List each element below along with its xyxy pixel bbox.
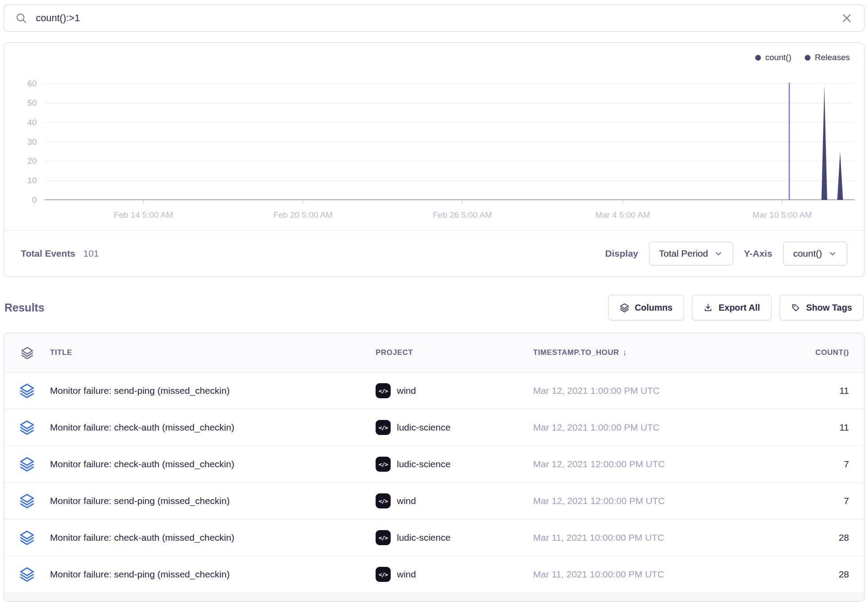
project-name: ludic-science — [397, 459, 450, 469]
event-count: 7 — [796, 496, 864, 506]
y-axis-label: 30 — [4, 137, 37, 147]
event-timestamp: Mar 12, 2021 12:00:00 PM UTC — [533, 496, 665, 506]
columns-button[interactable]: Columns — [608, 295, 684, 320]
layers-icon — [19, 420, 35, 435]
project-code-icon: </> — [376, 383, 391, 398]
project-code-icon: </> — [376, 457, 391, 472]
legend-item-count[interactable]: count() — [755, 53, 791, 62]
event-timestamp: Mar 11, 2021 10:00:00 PM UTC — [533, 569, 664, 580]
chart-plot-area[interactable] — [45, 67, 854, 200]
table-body: Monitor failure: send-ping (missed_check… — [4, 373, 864, 593]
table-row[interactable]: Monitor failure: send-ping (missed_check… — [4, 556, 864, 593]
project-cell: </> wind — [376, 383, 533, 398]
event-count: 28 — [796, 532, 864, 543]
event-count: 11 — [796, 385, 864, 396]
event-timestamp: Mar 11, 2021 10:00:00 PM UTC — [533, 532, 664, 543]
export-all-button[interactable]: Export All — [692, 295, 772, 320]
column-header-timestamp[interactable]: TIMESTAMP.TO_HOUR ↓ — [533, 348, 627, 358]
results-header: Results Columns Export All Show Tags — [4, 293, 864, 322]
y-axis-label: 10 — [4, 175, 37, 186]
event-count: 28 — [796, 569, 864, 580]
legend-dot-releases-icon — [805, 55, 810, 61]
display-select[interactable]: Total Period — [649, 242, 734, 266]
yaxis-select-value: count() — [793, 248, 822, 259]
x-axis-label: Feb 26 5:00 AM — [433, 210, 492, 220]
event-timestamp: Mar 12, 2021 1:00:00 PM UTC — [533, 422, 660, 433]
layers-icon — [620, 303, 629, 312]
show-tags-button[interactable]: Show Tags — [780, 295, 864, 320]
legend-dot-count-icon — [755, 55, 761, 61]
project-cell: </> wind — [376, 567, 533, 582]
project-code-icon: </> — [376, 420, 391, 435]
column-header-title[interactable]: TITLE — [50, 348, 376, 357]
table-footer-strip — [4, 593, 864, 601]
table-row[interactable]: Monitor failure: check-auth (missed_chec… — [4, 519, 864, 556]
x-axis-label: Mar 4 5:00 AM — [595, 210, 650, 220]
project-name: wind — [397, 496, 416, 506]
y-axis-label: 50 — [4, 98, 37, 108]
event-count: 11 — [796, 422, 864, 433]
table-header-row: TITLE PROJECT TIMESTAMP.TO_HOUR ↓ COUNT(… — [4, 333, 864, 373]
y-axis-label: 20 — [4, 156, 37, 166]
project-name: ludic-science — [397, 532, 450, 543]
table-row[interactable]: Monitor failure: send-ping (missed_check… — [4, 483, 864, 519]
total-events-label: Total Events — [21, 248, 75, 259]
project-name: wind — [397, 385, 416, 396]
events-chart-svg[interactable] — [45, 67, 854, 200]
chevron-down-icon — [828, 249, 837, 258]
layers-icon — [19, 383, 35, 398]
event-title-link[interactable]: Monitor failure: check-auth (missed_chec… — [50, 532, 376, 543]
legend-label-count: count() — [765, 53, 791, 62]
y-axis-label: 40 — [4, 117, 37, 128]
y-axis-label: 60 — [4, 78, 37, 89]
search-input[interactable] — [35, 12, 841, 24]
display-label: Display — [605, 248, 638, 259]
event-title-link[interactable]: Monitor failure: send-ping (missed_check… — [50, 569, 376, 580]
project-cell: </> ludic-science — [376, 457, 533, 472]
project-code-icon: </> — [376, 493, 391, 508]
column-header-count[interactable]: COUNT() — [815, 348, 864, 357]
event-timestamp: Mar 12, 2021 1:00:00 PM UTC — [533, 385, 660, 396]
table-row[interactable]: Monitor failure: check-auth (missed_chec… — [4, 446, 864, 483]
project-code-icon: </> — [376, 567, 391, 582]
event-title-link[interactable]: Monitor failure: check-auth (missed_chec… — [50, 422, 376, 433]
chevron-down-icon — [714, 249, 723, 258]
columns-button-label: Columns — [635, 303, 673, 313]
search-icon — [15, 12, 27, 24]
count-spike[interactable] — [837, 151, 843, 200]
yaxis-label: Y-Axis — [744, 248, 772, 259]
project-name: ludic-science — [397, 422, 450, 433]
event-title-link[interactable]: Monitor failure: send-ping (missed_check… — [50, 496, 376, 506]
tag-icon — [791, 303, 800, 312]
layers-icon — [19, 457, 35, 472]
table-row[interactable]: Monitor failure: send-ping (missed_check… — [4, 373, 864, 409]
search-bar[interactable] — [4, 4, 864, 32]
sort-desc-icon: ↓ — [622, 348, 627, 358]
column-header-project[interactable]: PROJECT — [376, 348, 533, 357]
results-table: TITLE PROJECT TIMESTAMP.TO_HOUR ↓ COUNT(… — [4, 333, 864, 602]
event-title-link[interactable]: Monitor failure: check-auth (missed_chec… — [50, 459, 376, 469]
table-row[interactable]: Monitor failure: check-auth (missed_chec… — [4, 409, 864, 446]
show-tags-button-label: Show Tags — [806, 303, 852, 313]
legend-item-releases[interactable]: Releases — [805, 53, 850, 62]
project-cell: </> ludic-science — [376, 420, 533, 435]
x-axis-label: Feb 20 5:00 AM — [273, 210, 333, 220]
chart-legend: count() Releases — [755, 53, 850, 62]
event-title-link[interactable]: Monitor failure: send-ping (missed_check… — [50, 385, 376, 396]
x-axis-label: Feb 14 5:00 AM — [114, 210, 173, 220]
x-axis-label: Mar 10 5:00 AM — [753, 210, 812, 220]
display-select-value: Total Period — [659, 248, 708, 259]
total-events-value: 101 — [83, 248, 99, 259]
chart-footer: Total Events 101 Display Total Period Y-… — [4, 230, 864, 277]
project-cell: </> wind — [376, 493, 533, 508]
layers-icon[interactable] — [21, 346, 34, 359]
clear-search-icon[interactable] — [841, 12, 853, 24]
layers-icon — [19, 567, 35, 582]
project-code-icon: </> — [376, 530, 391, 545]
layers-icon — [19, 530, 35, 545]
events-chart-card: count() Releases Total Events 101 Displa… — [4, 42, 864, 277]
yaxis-select[interactable]: count() — [783, 242, 847, 266]
event-count: 7 — [796, 459, 864, 469]
export-all-button-label: Export All — [718, 303, 760, 313]
project-cell: </> ludic-science — [376, 530, 533, 545]
